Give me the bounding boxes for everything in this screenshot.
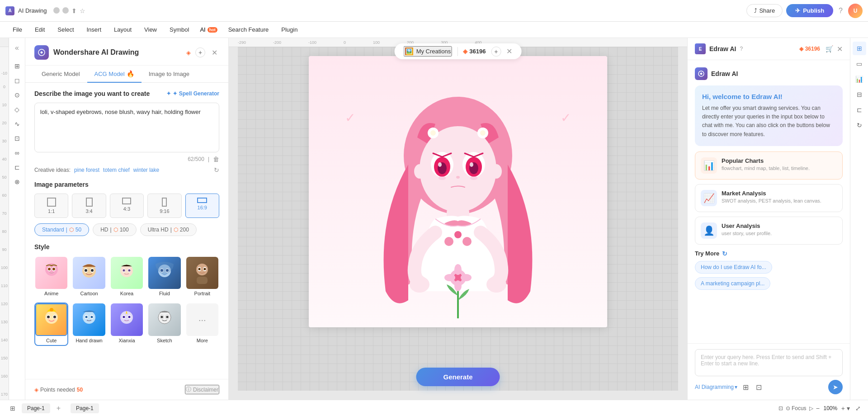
disclaimer-button[interactable]: ⓘ Disclaimer bbox=[185, 385, 219, 394]
style-cartoon[interactable]: Cartoon bbox=[72, 256, 106, 299]
close-edraw-button[interactable]: ✕ bbox=[837, 45, 843, 53]
ratio-3-4[interactable]: 3:4 bbox=[72, 194, 106, 218]
toolbar-icon-1[interactable]: ⊞ bbox=[741, 381, 750, 393]
generate-button[interactable]: Generate bbox=[416, 368, 500, 386]
zoom-out-button[interactable]: − bbox=[816, 405, 820, 412]
ai-diag-label: AI Diagramming bbox=[695, 384, 734, 390]
right-icon-template[interactable]: ⊞ bbox=[853, 42, 866, 55]
credits-diamond-icon: ◈ bbox=[463, 48, 467, 55]
edraw-cart-icon[interactable]: 🛒 bbox=[826, 45, 833, 52]
menu-ai[interactable]: AI hot bbox=[196, 24, 221, 35]
idea-pine-forest[interactable]: pine forest bbox=[74, 167, 99, 173]
menu-edit[interactable]: Edit bbox=[29, 24, 50, 35]
canvas-fit-button[interactable]: ⊡ bbox=[778, 405, 783, 411]
market-analysis-card[interactable]: 📈 Market Analysis SWOT analysis, PEST an… bbox=[695, 184, 843, 212]
quality-hd[interactable]: HD | ⬡ 100 bbox=[93, 223, 137, 236]
right-icon-chart[interactable]: 📊 bbox=[853, 72, 866, 86]
publish-button[interactable]: ✈ Publish bbox=[786, 4, 833, 17]
style-cute[interactable]: Cute bbox=[34, 303, 68, 345]
menu-insert[interactable]: Insert bbox=[81, 24, 107, 35]
help-button[interactable]: ? bbox=[837, 5, 844, 17]
tab-acg-model[interactable]: ACG Model 🔥 bbox=[87, 66, 142, 83]
idea-totem-chief[interactable]: totem chief bbox=[103, 167, 130, 173]
suggestion-2[interactable]: A marketing campaign pl... bbox=[695, 277, 770, 290]
delete-prompt-button[interactable]: 🗑 bbox=[213, 156, 219, 163]
user-analysis-card[interactable]: 👤 User Analysis user story, user profile… bbox=[695, 217, 843, 245]
right-icon-table[interactable]: ⊟ bbox=[853, 88, 866, 101]
tab-image-to-image[interactable]: Image to Image bbox=[142, 66, 197, 83]
sidebar-expand-icon[interactable]: « bbox=[11, 42, 24, 54]
refresh-ideas-button[interactable]: ↻ bbox=[214, 166, 219, 174]
layout-toggle-button[interactable]: ⊞ bbox=[7, 404, 18, 413]
style-sketch[interactable]: Sketch bbox=[147, 303, 181, 345]
menu-search-feature[interactable]: Search Feature bbox=[223, 24, 274, 35]
my-creations-button[interactable]: 🖼️ My Creations bbox=[404, 46, 452, 57]
page-tab-2[interactable]: Page-1 bbox=[71, 403, 99, 413]
focus-button[interactable]: ⊙ Focus bbox=[786, 405, 807, 411]
share-button[interactable]: ⤴ Share bbox=[746, 4, 783, 17]
window-minimize-button[interactable] bbox=[53, 7, 60, 14]
style-korea[interactable]: Korea bbox=[110, 256, 144, 299]
fullscreen-button[interactable]: ⤢ bbox=[855, 405, 861, 412]
ratio-4-3[interactable]: 4:3 bbox=[110, 194, 144, 218]
sidebar-tool-5[interactable]: ∿ bbox=[11, 118, 24, 130]
points-value: 50 bbox=[77, 387, 83, 393]
quality-ultra-hd[interactable]: Ultra HD | ⬡ 200 bbox=[140, 223, 197, 236]
sidebar-tool-3[interactable]: ⊙ bbox=[11, 89, 24, 101]
ratio-9-16[interactable]: 9:16 bbox=[147, 194, 181, 218]
right-icon-link[interactable]: ⊏ bbox=[853, 103, 866, 117]
menu-file[interactable]: File bbox=[7, 24, 28, 35]
popular-charts-card[interactable]: 📊 Popular Charts flowchart, mind map, ta… bbox=[695, 151, 843, 180]
menu-symbol[interactable]: Symbol bbox=[164, 24, 194, 35]
sidebar-tool-6[interactable]: ⊡ bbox=[11, 132, 24, 145]
zoom-dropdown-button[interactable]: ▾ bbox=[847, 405, 850, 412]
style-hand-drawn[interactable]: Hand drawn bbox=[72, 303, 106, 345]
window-share-button[interactable]: ⬆ bbox=[71, 7, 77, 14]
sidebar-tool-4[interactable]: ◇ bbox=[11, 103, 24, 116]
style-more-button[interactable]: ··· More bbox=[185, 303, 219, 345]
right-icon-history[interactable]: ↻ bbox=[853, 118, 866, 132]
ratio-16-9[interactable]: 16:9 bbox=[185, 194, 219, 218]
quality-standard[interactable]: Standard | ⬡ 50 bbox=[34, 223, 89, 236]
edraw-input[interactable]: Enter your query here. Press Enter to se… bbox=[695, 349, 843, 376]
style-fluid[interactable]: Fluid bbox=[147, 256, 181, 299]
close-ai-panel-button[interactable]: ✕ bbox=[210, 47, 219, 59]
params-label: Image parameters bbox=[34, 181, 89, 188]
sidebar-tool-2[interactable]: ◻ bbox=[11, 74, 24, 87]
add-canvas-credits-button[interactable]: + bbox=[491, 47, 501, 57]
style-label: Style bbox=[34, 243, 49, 251]
menu-layout[interactable]: Layout bbox=[108, 24, 137, 35]
ratio-1-1[interactable]: 1:1 bbox=[34, 194, 68, 218]
window-star-button[interactable]: ☆ bbox=[80, 7, 85, 14]
add-credits-button[interactable]: + bbox=[195, 47, 205, 57]
tab-generic-model[interactable]: Generic Model bbox=[34, 66, 87, 83]
close-canvas-button[interactable]: ✕ bbox=[506, 47, 512, 56]
toolbar-icon-2[interactable]: ⊡ bbox=[754, 381, 764, 393]
spell-generator-button[interactable]: ✦ ✦ Spell Generator bbox=[166, 90, 219, 97]
style-xianxia[interactable]: Xianxia bbox=[110, 303, 144, 345]
prompt-textarea[interactable]: loli, v-shaped eyebrows, nose blush, wav… bbox=[34, 103, 219, 152]
ai-diagramming-button[interactable]: AI Diagramming ▾ bbox=[695, 384, 737, 390]
suggestion-1[interactable]: How do I use Edraw AI fo... bbox=[695, 261, 772, 274]
sidebar-tool-7[interactable]: ∞ bbox=[11, 147, 24, 159]
vertical-ruler: -10 0 10 20 30 40 50 60 70 80 90 100 110… bbox=[0, 47, 9, 400]
menu-view[interactable]: View bbox=[139, 24, 162, 35]
style-anime[interactable]: Anime bbox=[34, 256, 68, 299]
style-portrait[interactable]: Portrait bbox=[185, 256, 219, 299]
play-button[interactable]: ▷ bbox=[809, 405, 813, 411]
right-icon-shape[interactable]: ▭ bbox=[853, 57, 866, 71]
edraw-help-icon[interactable]: ? bbox=[740, 46, 743, 52]
add-page-button[interactable]: + bbox=[54, 403, 63, 413]
send-button[interactable]: ➤ bbox=[828, 380, 843, 394]
menu-plugin[interactable]: Plugin bbox=[276, 24, 303, 35]
page-tab-1[interactable]: Page-1 bbox=[22, 403, 50, 413]
window-expand-button[interactable] bbox=[62, 7, 69, 14]
menu-select[interactable]: Select bbox=[52, 24, 79, 35]
sidebar-tool-9[interactable]: ⊗ bbox=[11, 175, 24, 188]
idea-winter-lake[interactable]: winter lake bbox=[133, 167, 159, 173]
sidebar-tool-1[interactable]: ⊞ bbox=[11, 60, 24, 72]
sidebar-tool-8[interactable]: ⊏ bbox=[11, 161, 24, 174]
refresh-suggestions-icon[interactable]: ↻ bbox=[722, 250, 727, 257]
standard-cost-icon: ⬡ bbox=[69, 227, 74, 233]
zoom-in-button[interactable]: + bbox=[841, 405, 845, 412]
